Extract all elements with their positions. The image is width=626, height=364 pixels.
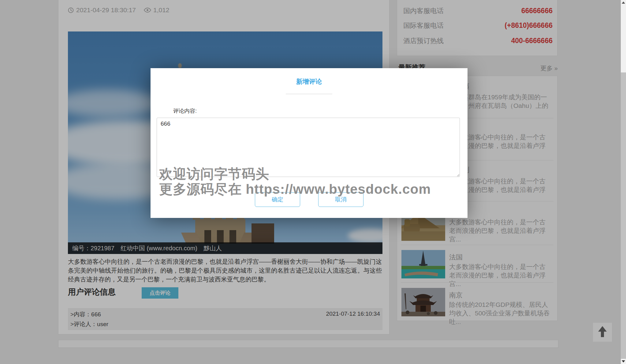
- scrollbar-up-button[interactable]: [621, 0, 626, 5]
- cancel-button[interactable]: 取消: [318, 192, 363, 207]
- page: 2021-04-29 18:30:17 1,012 编号：2921987 红动中…: [0, 0, 626, 364]
- title-divider: [286, 94, 332, 94]
- confirm-button[interactable]: 确定: [255, 192, 300, 207]
- vertical-scrollbar[interactable]: [621, 0, 626, 364]
- modal-title: 新增评论: [151, 77, 468, 86]
- add-comment-modal: 新增评论 评论内容: 666 确定 取消: [151, 68, 468, 218]
- scrollbar-thumb[interactable]: [621, 72, 626, 359]
- comment-content-label: 评论内容:: [173, 107, 197, 115]
- triangle-down-icon: [622, 360, 625, 362]
- comment-textarea[interactable]: 666: [157, 118, 460, 177]
- scrollbar-down-button[interactable]: [621, 359, 626, 364]
- triangle-up-icon: [622, 2, 625, 4]
